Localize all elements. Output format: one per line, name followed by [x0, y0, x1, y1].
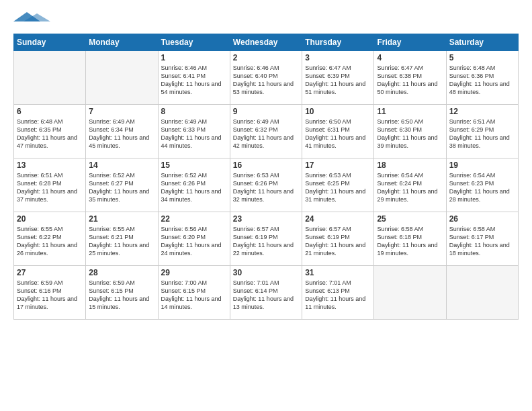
day-info: Sunrise: 6:56 AMSunset: 6:20 PMDaylight:…: [161, 225, 227, 258]
day-info: Sunrise: 6:50 AMSunset: 6:31 PMDaylight:…: [305, 118, 371, 150]
day-number: 12: [449, 107, 515, 116]
calendar-week-row: 27Sunrise: 6:59 AMSunset: 6:16 PMDayligh…: [14, 266, 519, 320]
day-info: Sunrise: 6:55 AMSunset: 6:22 PMDaylight:…: [17, 225, 83, 258]
day-number: 2: [233, 53, 299, 62]
table-row: [14, 51, 86, 105]
logo-icon: [13, 12, 54, 24]
day-info: Sunrise: 6:49 AMSunset: 6:33 PMDaylight:…: [161, 118, 227, 150]
day-number: 9: [233, 107, 299, 116]
table-row: 1Sunrise: 6:46 AMSunset: 6:41 PMDaylight…: [158, 51, 230, 105]
day-number: 11: [377, 107, 443, 116]
day-number: 29: [161, 268, 227, 277]
table-row: 24Sunrise: 6:57 AMSunset: 6:19 PMDayligh…: [302, 212, 374, 266]
day-info: Sunrise: 6:58 AMSunset: 6:18 PMDaylight:…: [377, 225, 443, 258]
day-info: Sunrise: 6:59 AMSunset: 6:15 PMDaylight:…: [89, 279, 154, 312]
table-row: 8Sunrise: 6:49 AMSunset: 6:33 PMDaylight…: [158, 105, 230, 158]
table-row: 26Sunrise: 6:58 AMSunset: 6:17 PMDayligh…: [446, 212, 518, 266]
day-number: 19: [449, 161, 515, 170]
day-info: Sunrise: 6:51 AMSunset: 6:28 PMDaylight:…: [17, 171, 83, 204]
table-row: 2Sunrise: 6:46 AMSunset: 6:40 PMDaylight…: [230, 51, 302, 105]
table-row: 9Sunrise: 6:49 AMSunset: 6:32 PMDaylight…: [230, 105, 302, 158]
col-friday: Friday: [374, 34, 446, 51]
table-row: 16Sunrise: 6:53 AMSunset: 6:26 PMDayligh…: [230, 158, 302, 212]
table-row: 10Sunrise: 6:50 AMSunset: 6:31 PMDayligh…: [302, 105, 374, 158]
day-number: 10: [305, 107, 371, 116]
day-number: 27: [17, 268, 83, 277]
day-info: Sunrise: 6:53 AMSunset: 6:25 PMDaylight:…: [305, 171, 371, 204]
day-number: 1: [161, 53, 227, 62]
table-row: 11Sunrise: 6:50 AMSunset: 6:30 PMDayligh…: [374, 105, 446, 158]
day-number: 15: [161, 161, 227, 170]
table-row: 27Sunrise: 6:59 AMSunset: 6:16 PMDayligh…: [14, 266, 86, 320]
day-number: 13: [17, 161, 83, 170]
day-info: Sunrise: 6:49 AMSunset: 6:32 PMDaylight:…: [233, 118, 299, 150]
day-number: 28: [89, 268, 154, 277]
table-row: 5Sunrise: 6:48 AMSunset: 6:36 PMDaylight…: [446, 51, 518, 105]
day-number: 20: [17, 214, 83, 224]
table-row: 19Sunrise: 6:54 AMSunset: 6:23 PMDayligh…: [446, 158, 518, 212]
table-row: 28Sunrise: 6:59 AMSunset: 6:15 PMDayligh…: [86, 266, 158, 320]
table-row: 20Sunrise: 6:55 AMSunset: 6:22 PMDayligh…: [14, 212, 86, 266]
col-wednesday: Wednesday: [230, 34, 302, 51]
day-info: Sunrise: 6:55 AMSunset: 6:21 PMDaylight:…: [89, 225, 154, 258]
day-info: Sunrise: 6:52 AMSunset: 6:26 PMDaylight:…: [161, 171, 227, 204]
day-number: 23: [233, 214, 299, 224]
page: Sunday Monday Tuesday Wednesday Thursday…: [0, 0, 532, 411]
day-info: Sunrise: 6:51 AMSunset: 6:29 PMDaylight:…: [449, 118, 515, 150]
day-number: 18: [377, 161, 443, 170]
day-info: Sunrise: 6:57 AMSunset: 6:19 PMDaylight:…: [305, 225, 371, 258]
col-sunday: Sunday: [14, 34, 86, 51]
table-row: 13Sunrise: 6:51 AMSunset: 6:28 PMDayligh…: [14, 158, 86, 212]
day-info: Sunrise: 6:54 AMSunset: 6:24 PMDaylight:…: [377, 171, 443, 204]
table-row: 12Sunrise: 6:51 AMSunset: 6:29 PMDayligh…: [446, 105, 518, 158]
day-number: 4: [377, 53, 443, 62]
day-number: 17: [305, 161, 371, 170]
day-info: Sunrise: 6:53 AMSunset: 6:26 PMDaylight:…: [233, 171, 299, 204]
col-thursday: Thursday: [302, 34, 374, 51]
table-row: [374, 266, 446, 320]
header: [13, 12, 519, 27]
day-info: Sunrise: 6:49 AMSunset: 6:34 PMDaylight:…: [89, 118, 154, 150]
day-info: Sunrise: 6:57 AMSunset: 6:19 PMDaylight:…: [233, 225, 299, 258]
day-number: 16: [233, 161, 299, 170]
calendar-week-row: 6Sunrise: 6:48 AMSunset: 6:35 PMDaylight…: [14, 105, 519, 158]
table-row: 15Sunrise: 6:52 AMSunset: 6:26 PMDayligh…: [158, 158, 230, 212]
table-row: 22Sunrise: 6:56 AMSunset: 6:20 PMDayligh…: [158, 212, 230, 266]
table-row: 18Sunrise: 6:54 AMSunset: 6:24 PMDayligh…: [374, 158, 446, 212]
table-row: 30Sunrise: 7:01 AMSunset: 6:14 PMDayligh…: [230, 266, 302, 320]
day-info: Sunrise: 6:46 AMSunset: 6:40 PMDaylight:…: [233, 64, 299, 97]
day-info: Sunrise: 6:48 AMSunset: 6:36 PMDaylight:…: [449, 64, 515, 97]
day-number: 31: [305, 268, 371, 277]
calendar-table: Sunday Monday Tuesday Wednesday Thursday…: [13, 34, 519, 320]
day-number: 5: [449, 53, 515, 62]
table-row: 29Sunrise: 7:00 AMSunset: 6:15 PMDayligh…: [158, 266, 230, 320]
calendar-week-row: 1Sunrise: 6:46 AMSunset: 6:41 PMDaylight…: [14, 51, 519, 105]
col-tuesday: Tuesday: [158, 34, 230, 51]
day-number: 24: [305, 214, 371, 224]
day-info: Sunrise: 6:47 AMSunset: 6:39 PMDaylight:…: [305, 64, 371, 97]
day-info: Sunrise: 7:01 AMSunset: 6:14 PMDaylight:…: [233, 279, 299, 312]
col-saturday: Saturday: [446, 34, 518, 51]
table-row: 31Sunrise: 7:01 AMSunset: 6:13 PMDayligh…: [302, 266, 374, 320]
table-row: [86, 51, 158, 105]
table-row: 3Sunrise: 6:47 AMSunset: 6:39 PMDaylight…: [302, 51, 374, 105]
table-row: 4Sunrise: 6:47 AMSunset: 6:38 PMDaylight…: [374, 51, 446, 105]
table-row: 23Sunrise: 6:57 AMSunset: 6:19 PMDayligh…: [230, 212, 302, 266]
table-row: 7Sunrise: 6:49 AMSunset: 6:34 PMDaylight…: [86, 105, 158, 158]
day-info: Sunrise: 6:54 AMSunset: 6:23 PMDaylight:…: [449, 171, 515, 204]
day-info: Sunrise: 6:52 AMSunset: 6:27 PMDaylight:…: [89, 171, 154, 204]
day-number: 7: [89, 107, 154, 116]
day-number: 30: [233, 268, 299, 277]
table-row: [446, 266, 518, 320]
day-info: Sunrise: 6:58 AMSunset: 6:17 PMDaylight:…: [449, 225, 515, 258]
table-row: 6Sunrise: 6:48 AMSunset: 6:35 PMDaylight…: [14, 105, 86, 158]
day-info: Sunrise: 6:50 AMSunset: 6:30 PMDaylight:…: [377, 118, 443, 150]
calendar-header-row: Sunday Monday Tuesday Wednesday Thursday…: [14, 34, 519, 51]
day-number: 22: [161, 214, 227, 224]
table-row: 21Sunrise: 6:55 AMSunset: 6:21 PMDayligh…: [86, 212, 158, 266]
day-info: Sunrise: 7:01 AMSunset: 6:13 PMDaylight:…: [305, 279, 371, 312]
day-number: 8: [161, 107, 227, 116]
col-monday: Monday: [86, 34, 158, 51]
calendar-week-row: 13Sunrise: 6:51 AMSunset: 6:28 PMDayligh…: [14, 158, 519, 212]
logo: [13, 12, 54, 27]
